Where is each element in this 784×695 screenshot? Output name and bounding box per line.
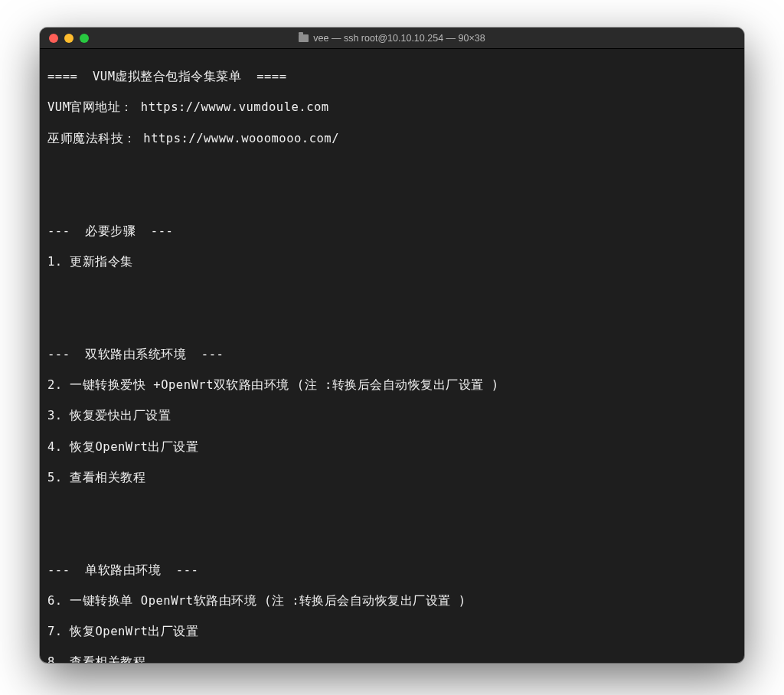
window-title: vee — ssh root@10.10.10.254 — 90×38 — [40, 33, 744, 44]
section-heading-required: --- 必要步骤 --- — [47, 224, 737, 239]
minimize-icon[interactable] — [64, 34, 74, 43]
menu-item: 1. 更新指令集 — [47, 254, 737, 269]
menu-item: 5. 查看相关教程 — [47, 470, 737, 485]
title-text: vee — ssh root@10.10.10.254 — 90×38 — [313, 33, 485, 44]
terminal-window: vee — ssh root@10.10.10.254 — 90×38 ====… — [40, 28, 744, 663]
menu-item: 7. 恢复OpenWrt出厂设置 — [47, 624, 737, 639]
blank — [47, 315, 737, 331]
window-controls — [40, 34, 89, 43]
blank — [47, 501, 737, 516]
terminal-body[interactable]: ==== VUM虚拟整合包指令集菜单 ==== VUM官网地址： https:/… — [40, 49, 744, 663]
blank — [47, 162, 737, 177]
close-icon[interactable] — [49, 34, 58, 43]
menu-item: 3. 恢复爱快出厂设置 — [47, 408, 737, 423]
menu-item: 8. 查看相关教程 — [47, 654, 737, 663]
zoom-icon[interactable] — [80, 34, 89, 43]
blank — [47, 192, 737, 207]
menu-item: 4. 恢复OpenWrt出厂设置 — [47, 439, 737, 455]
blank — [47, 285, 737, 300]
section-heading-dual: --- 双软路由系统环境 --- — [47, 347, 737, 362]
menu-item: 2. 一键转换爱快 +OpenWrt双软路由环境 (注 :转换后会自动恢复出厂设… — [47, 377, 737, 393]
menu-item: 6. 一键转换单 OpenWrt软路由环境 (注 :转换后会自动恢复出厂设置 ) — [47, 593, 737, 609]
folder-icon — [299, 34, 309, 42]
section-heading-single: --- 单软路由环境 --- — [47, 563, 737, 578]
titlebar[interactable]: vee — ssh root@10.10.10.254 — 90×38 — [40, 28, 744, 49]
site-line-1: VUM官网地址： https://wwww.vumdoule.com — [47, 100, 737, 115]
blank — [47, 531, 737, 547]
site-line-2: 巫师魔法科技： https://wwww.wooomooo.com/ — [47, 131, 737, 146]
menu-title: ==== VUM虚拟整合包指令集菜单 ==== — [47, 69, 737, 84]
